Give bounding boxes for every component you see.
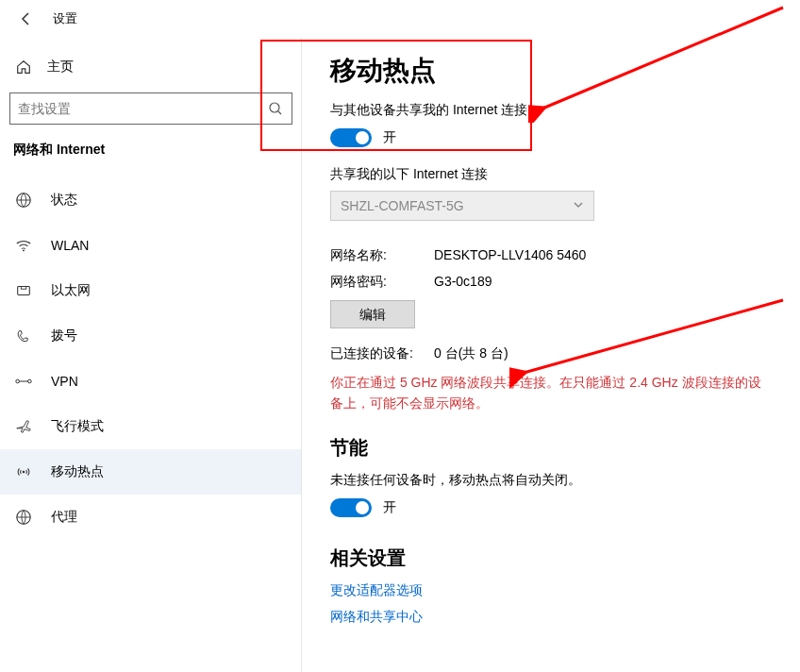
edit-button[interactable]: 编辑 (330, 300, 415, 328)
sidebar-item-label: VPN (51, 374, 78, 389)
sidebar-item-vpn[interactable]: VPN (0, 359, 302, 404)
toggle-state: 开 (383, 129, 396, 146)
sidebar-section-header: 网络和 Internet (0, 142, 302, 166)
sidebar-item-label: 移动热点 (51, 463, 104, 480)
toggle-switch-icon (330, 498, 372, 517)
svg-point-3 (23, 250, 25, 252)
network-password-value: G3-0c189 (434, 274, 492, 291)
related-settings-title: 相关设置 (330, 546, 772, 571)
sidebar-item-status[interactable]: 状态 (0, 177, 302, 223)
share-description: 与其他设备共享我的 Internet 连接 (330, 102, 772, 119)
sidebar: 主页 网络和 Internet 状态 WLAN 以太网 (0, 38, 302, 672)
band-warning: 你正在通过 5 GHz 网络波段共享连接。在只能通过 2.4 GHz 波段连接的… (330, 372, 764, 414)
search-box[interactable] (9, 92, 292, 125)
hotspot-toggle[interactable]: 开 (330, 128, 772, 147)
search-icon (267, 100, 284, 117)
power-saving-desc: 未连接任何设备时，移动热点将自动关闭。 (330, 472, 772, 489)
sidebar-item-proxy[interactable]: 代理 (0, 495, 302, 540)
share-from-label: 共享我的以下 Internet 连接 (330, 166, 772, 183)
main-content: 移动热点 与其他设备共享我的 Internet 连接 开 共享我的以下 Inte… (302, 38, 800, 672)
search-input[interactable] (18, 101, 267, 116)
network-password-label: 网络密码: (330, 274, 434, 291)
status-icon (13, 190, 34, 210)
svg-point-7 (28, 379, 32, 383)
sidebar-home[interactable]: 主页 (0, 49, 302, 85)
svg-rect-4 (18, 287, 30, 295)
sidebar-item-wlan[interactable]: WLAN (0, 223, 302, 268)
back-arrow-icon (19, 11, 34, 26)
share-from-dropdown[interactable]: SHZL-COMFAST-5G (330, 191, 594, 221)
page-title: 移动热点 (330, 53, 772, 89)
sidebar-home-label: 主页 (47, 59, 74, 76)
dialup-icon (13, 326, 34, 346)
sidebar-item-airplane[interactable]: 飞行模式 (0, 404, 302, 449)
network-sharing-center-link[interactable]: 网络和共享中心 (330, 609, 772, 626)
svg-point-6 (16, 379, 20, 383)
vpn-icon (13, 371, 34, 392)
sidebar-item-label: 拨号 (51, 328, 77, 344)
sidebar-item-label: 状态 (51, 192, 77, 209)
airplane-icon (13, 416, 34, 437)
home-icon (13, 57, 34, 77)
sidebar-item-hotspot[interactable]: 移动热点 (0, 449, 302, 495)
proxy-icon (13, 507, 34, 528)
sidebar-nav: 状态 WLAN 以太网 拨号 VPN 飞行模式 (0, 177, 302, 540)
ethernet-icon (13, 280, 34, 301)
sidebar-item-ethernet[interactable]: 以太网 (0, 268, 302, 313)
power-saving-toggle[interactable]: 开 (330, 498, 772, 517)
change-adapter-link[interactable]: 更改适配器选项 (330, 582, 772, 599)
power-saving-title: 节能 (330, 435, 772, 461)
svg-point-9 (23, 471, 25, 474)
sidebar-item-label: 代理 (51, 509, 77, 526)
connected-devices-label: 已连接的设备: (330, 345, 434, 362)
sidebar-item-label: 以太网 (51, 282, 91, 299)
network-name-value: DESKTOP-LLV1406 5460 (434, 247, 586, 264)
svg-line-1 (278, 111, 281, 114)
sidebar-item-dialup[interactable]: 拨号 (0, 313, 302, 359)
connected-devices-value: 0 台(共 8 台) (434, 345, 508, 362)
wifi-icon (13, 235, 34, 256)
toggle-state: 开 (383, 499, 396, 516)
dropdown-value: SHZL-COMFAST-5G (341, 198, 464, 213)
hotspot-icon (13, 462, 34, 482)
chevron-down-icon (573, 198, 584, 213)
window-title: 设置 (53, 10, 77, 27)
svg-rect-5 (21, 287, 25, 290)
toggle-switch-icon (330, 128, 372, 147)
sidebar-item-label: WLAN (51, 238, 89, 253)
sidebar-item-label: 飞行模式 (51, 418, 104, 435)
network-name-label: 网络名称: (330, 247, 434, 264)
svg-point-0 (270, 103, 279, 112)
back-button[interactable] (13, 6, 40, 32)
